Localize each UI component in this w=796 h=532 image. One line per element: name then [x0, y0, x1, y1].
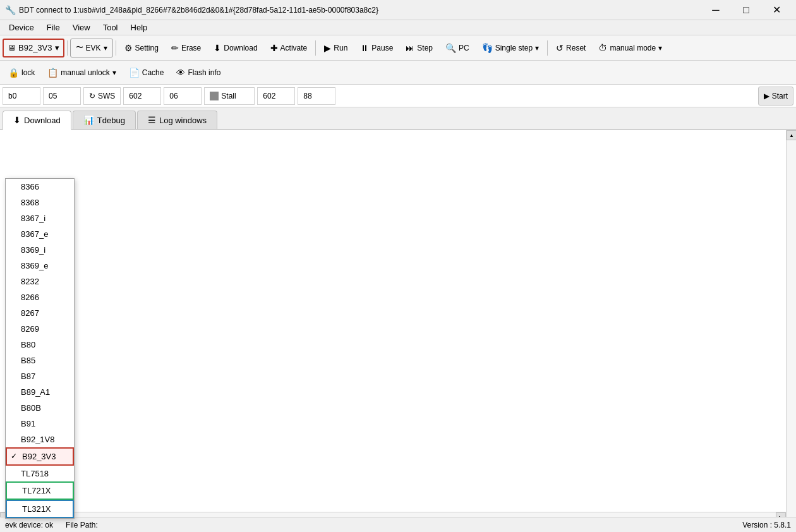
- start-label: Start: [772, 92, 788, 100]
- manual-unlock-button[interactable]: 📋 manual unlock ▾: [42, 63, 121, 82]
- start-icon: ▶: [764, 92, 769, 100]
- menu-view[interactable]: View: [66, 21, 97, 33]
- stall-label: Stall: [221, 92, 236, 100]
- evk-label: EVK: [86, 44, 101, 52]
- step-button[interactable]: ⏭ Step: [400, 39, 438, 57]
- run-button[interactable]: ▶ Run: [318, 39, 353, 57]
- sws-button[interactable]: ↻ SWS: [83, 87, 121, 105]
- status-602b: 602: [257, 87, 295, 105]
- tab-log-windows[interactable]: ☰ Log windows: [137, 111, 217, 129]
- dropdown-item-8269[interactable]: 8269: [6, 321, 74, 337]
- dropdown-item-8267[interactable]: 8267: [6, 305, 74, 321]
- dropdown-item-b91[interactable]: B91: [6, 416, 74, 432]
- device-selector-label: B92_3V3: [18, 43, 52, 52]
- dropdown-item-8369_e[interactable]: 8369_e: [6, 258, 74, 274]
- status-05: 05: [43, 87, 81, 105]
- title-bar-controls: ─ □ ✕: [701, 0, 791, 20]
- separator-3: [315, 40, 316, 56]
- manual-mode-button[interactable]: ⏱ manual mode ▾: [593, 39, 668, 57]
- separator-1: [67, 40, 68, 56]
- pc-button[interactable]: 🔍 PC: [440, 39, 475, 57]
- content-area: ⬇ Download 📊 Tdebug ☰ Log windows ▲ ▼ ◀: [0, 107, 796, 532]
- dropdown-item-b89_a1[interactable]: B89_A1: [6, 384, 74, 400]
- flash-info-label: Flash info: [188, 68, 220, 77]
- erase-icon: ✏: [171, 43, 179, 53]
- scrollbar-track-v[interactable]: [787, 140, 796, 522]
- device-selector-button[interactable]: 🖥 B92_3V3 ▾: [3, 39, 64, 57]
- title-bar-text: BDT connect to 1:usb#vid_248a&pid_8266#7…: [19, 6, 701, 15]
- dropdown-item-8368[interactable]: 8368: [6, 195, 74, 210]
- dropdown-item-8266[interactable]: 8266: [6, 289, 74, 305]
- cache-icon: 📄: [129, 68, 140, 78]
- manual-mode-arrow: ▾: [658, 44, 662, 52]
- tab-tdebug[interactable]: 📊 Tdebug: [73, 111, 136, 129]
- main-toolbar: 🖥 B92_3V3 ▾ 〜 EVK ▾ ⚙ Setting ✏ Erase ⬇ …: [0, 35, 796, 61]
- evk-button[interactable]: 〜 EVK ▾: [70, 39, 113, 57]
- status-stall: Stall: [204, 87, 255, 105]
- lock-button[interactable]: 🔒 lock: [3, 63, 40, 82]
- dropdown-item-b85[interactable]: B85: [6, 353, 74, 368]
- dropdown-item-tl321x[interactable]: TL321X: [6, 500, 74, 518]
- manual-unlock-label: manual unlock: [61, 68, 109, 77]
- tab-download[interactable]: ⬇ Download: [3, 111, 71, 130]
- setting-button[interactable]: ⚙ Setting: [119, 39, 164, 57]
- dropdown-item-8367_e[interactable]: 8367_e: [6, 226, 74, 242]
- single-step-icon: 👣: [482, 43, 493, 53]
- sws-refresh-icon: ↻: [89, 92, 95, 100]
- dropdown-item-b80[interactable]: B80: [6, 337, 74, 353]
- dropdown-item-8367_i[interactable]: 8367_i: [6, 210, 74, 226]
- vertical-scrollbar[interactable]: ▲ ▼: [786, 130, 796, 532]
- erase-button[interactable]: ✏ Erase: [166, 39, 207, 57]
- evk-wave-icon: 〜: [76, 42, 83, 53]
- run-label: Run: [334, 44, 347, 52]
- app-window: 🔧 BDT connect to 1:usb#vid_248a&pid_8266…: [0, 0, 796, 532]
- title-bar: 🔧 BDT connect to 1:usb#vid_248a&pid_8266…: [0, 0, 796, 20]
- scroll-up-button[interactable]: ▲: [787, 130, 796, 140]
- erase-label: Erase: [181, 44, 201, 52]
- pc-search-icon: 🔍: [445, 43, 456, 53]
- cache-label: Cache: [142, 68, 164, 77]
- start-button[interactable]: ▶ Start: [758, 87, 793, 106]
- device-chip-icon: 🖥: [8, 43, 16, 52]
- single-step-label: Single step: [495, 44, 533, 52]
- single-step-arrow: ▾: [535, 44, 539, 52]
- menu-device[interactable]: Device: [3, 21, 40, 33]
- flash-info-button[interactable]: 👁 Flash info: [171, 63, 226, 82]
- app-icon: 🔧: [5, 5, 15, 15]
- separator-2: [116, 40, 116, 56]
- run-icon: ▶: [324, 43, 331, 53]
- maximize-button[interactable]: □: [732, 0, 761, 20]
- stall-indicator: [210, 92, 219, 100]
- activate-label: Activate: [280, 44, 308, 52]
- manual-mode-icon: ⏱: [598, 43, 607, 53]
- dropdown-item-tl7518[interactable]: TL7518: [6, 466, 74, 481]
- download-tab-label: Download: [24, 116, 61, 125]
- setting-icon: ⚙: [124, 43, 133, 53]
- menu-tool[interactable]: Tool: [97, 21, 124, 33]
- log-tab-label: Log windows: [159, 116, 207, 125]
- close-button[interactable]: ✕: [762, 0, 791, 20]
- reset-label: Reset: [566, 44, 586, 52]
- cache-button[interactable]: 📄 Cache: [123, 63, 170, 82]
- dropdown-item-8369_i[interactable]: 8369_i: [6, 242, 74, 258]
- status-88: 88: [298, 87, 335, 105]
- reset-button[interactable]: ↺ Reset: [550, 39, 591, 57]
- dropdown-item-b92_1v8[interactable]: B92_1V8: [6, 432, 74, 447]
- activate-button[interactable]: ✚ Activate: [265, 39, 313, 57]
- menu-file[interactable]: File: [40, 21, 66, 33]
- minimize-button[interactable]: ─: [701, 0, 730, 20]
- dropdown-item-b87[interactable]: B87: [6, 368, 74, 384]
- dropdown-item-8232[interactable]: 8232: [6, 274, 74, 289]
- dropdown-item-b92_3v3[interactable]: B92_3V3: [6, 447, 74, 466]
- dropdown-item-b80b[interactable]: B80B: [6, 400, 74, 416]
- pause-button[interactable]: ⏸ Pause: [354, 39, 399, 57]
- dropdown-item-tl721x[interactable]: TL721X: [6, 481, 74, 500]
- status-602a: 602: [123, 87, 161, 105]
- dropdown-item-8366[interactable]: 8366: [6, 179, 74, 195]
- activate-icon: ✚: [270, 43, 278, 53]
- download-button[interactable]: ⬇ Download: [208, 39, 263, 57]
- pc-label: PC: [459, 44, 469, 52]
- single-step-button[interactable]: 👣 Single step ▾: [476, 39, 545, 57]
- menu-help[interactable]: Help: [124, 21, 154, 33]
- pause-label: Pause: [371, 44, 393, 52]
